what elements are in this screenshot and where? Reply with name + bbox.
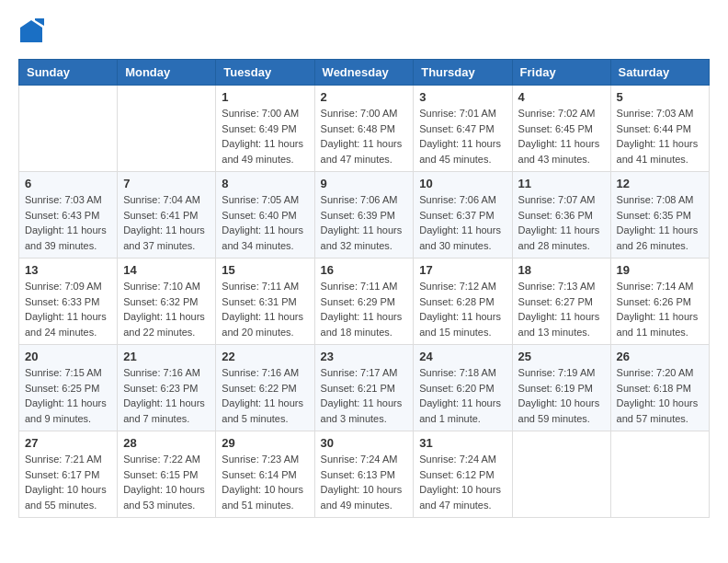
calendar: SundayMondayTuesdayWednesdayThursdayFrid… bbox=[18, 59, 710, 518]
calendar-cell: 12Sunrise: 7:08 AM Sunset: 6:35 PM Dayli… bbox=[610, 172, 709, 259]
calendar-cell: 9Sunrise: 7:06 AM Sunset: 6:39 PM Daylig… bbox=[314, 172, 414, 259]
day-number: 9 bbox=[321, 177, 408, 190]
day-info: Sunrise: 7:18 AM Sunset: 6:20 PM Dayligh… bbox=[419, 365, 506, 426]
day-info: Sunrise: 7:05 AM Sunset: 6:40 PM Dayligh… bbox=[222, 192, 308, 253]
day-info: Sunrise: 7:02 AM Sunset: 6:45 PM Dayligh… bbox=[518, 106, 605, 167]
day-info: Sunrise: 7:03 AM Sunset: 6:44 PM Dayligh… bbox=[617, 106, 703, 167]
day-number: 24 bbox=[419, 350, 506, 363]
week-row-5: 27Sunrise: 7:21 AM Sunset: 6:17 PM Dayli… bbox=[19, 431, 710, 518]
weekday-header-row: SundayMondayTuesdayWednesdayThursdayFrid… bbox=[19, 60, 710, 86]
calendar-cell: 14Sunrise: 7:10 AM Sunset: 6:32 PM Dayli… bbox=[118, 259, 216, 345]
day-number: 6 bbox=[25, 177, 111, 190]
day-number: 11 bbox=[518, 177, 605, 190]
calendar-cell: 7Sunrise: 7:04 AM Sunset: 6:41 PM Daylig… bbox=[118, 172, 216, 259]
calendar-cell: 5Sunrise: 7:03 AM Sunset: 6:44 PM Daylig… bbox=[610, 86, 709, 172]
calendar-cell: 13Sunrise: 7:09 AM Sunset: 6:33 PM Dayli… bbox=[19, 259, 118, 345]
calendar-cell: 16Sunrise: 7:11 AM Sunset: 6:29 PM Dayli… bbox=[314, 259, 414, 345]
day-info: Sunrise: 7:11 AM Sunset: 6:29 PM Dayligh… bbox=[321, 279, 408, 339]
day-number: 17 bbox=[419, 263, 506, 277]
calendar-cell: 31Sunrise: 7:24 AM Sunset: 6:12 PM Dayli… bbox=[414, 431, 512, 518]
day-number: 19 bbox=[617, 263, 703, 277]
day-number: 31 bbox=[419, 436, 506, 450]
day-number: 22 bbox=[222, 350, 308, 363]
calendar-cell: 20Sunrise: 7:15 AM Sunset: 6:25 PM Dayli… bbox=[19, 345, 118, 431]
weekday-header-monday: Monday bbox=[118, 60, 216, 86]
weekday-header-friday: Friday bbox=[512, 60, 610, 86]
day-info: Sunrise: 7:06 AM Sunset: 6:37 PM Dayligh… bbox=[419, 192, 506, 253]
day-info: Sunrise: 7:16 AM Sunset: 6:23 PM Dayligh… bbox=[123, 365, 210, 426]
day-number: 29 bbox=[222, 436, 308, 450]
calendar-cell: 26Sunrise: 7:20 AM Sunset: 6:18 PM Dayli… bbox=[610, 345, 709, 431]
day-number: 10 bbox=[419, 177, 506, 190]
calendar-cell: 15Sunrise: 7:11 AM Sunset: 6:31 PM Dayli… bbox=[216, 259, 314, 345]
day-number: 3 bbox=[419, 90, 506, 104]
day-number: 27 bbox=[25, 436, 111, 450]
calendar-cell: 10Sunrise: 7:06 AM Sunset: 6:37 PM Dayli… bbox=[414, 172, 512, 259]
week-row-3: 13Sunrise: 7:09 AM Sunset: 6:33 PM Dayli… bbox=[19, 259, 710, 345]
weekday-header-saturday: Saturday bbox=[610, 60, 709, 86]
calendar-cell: 11Sunrise: 7:07 AM Sunset: 6:36 PM Dayli… bbox=[512, 172, 610, 259]
weekday-header-tuesday: Tuesday bbox=[216, 60, 314, 86]
day-info: Sunrise: 7:21 AM Sunset: 6:17 PM Dayligh… bbox=[25, 452, 111, 512]
day-number: 7 bbox=[123, 177, 210, 190]
day-info: Sunrise: 7:20 AM Sunset: 6:18 PM Dayligh… bbox=[617, 365, 703, 426]
day-number: 5 bbox=[617, 90, 703, 104]
week-row-1: 1Sunrise: 7:00 AM Sunset: 6:49 PM Daylig… bbox=[19, 86, 710, 172]
calendar-cell bbox=[512, 431, 610, 518]
day-info: Sunrise: 7:19 AM Sunset: 6:19 PM Dayligh… bbox=[518, 365, 605, 426]
day-number: 2 bbox=[321, 90, 408, 104]
logo-icon bbox=[18, 18, 44, 44]
day-number: 8 bbox=[222, 177, 308, 190]
day-info: Sunrise: 7:22 AM Sunset: 6:15 PM Dayligh… bbox=[123, 452, 210, 512]
week-row-4: 20Sunrise: 7:15 AM Sunset: 6:25 PM Dayli… bbox=[19, 345, 710, 431]
day-number: 30 bbox=[321, 436, 408, 450]
calendar-cell bbox=[610, 431, 709, 518]
day-number: 1 bbox=[222, 90, 308, 104]
day-number: 18 bbox=[518, 263, 605, 277]
calendar-cell: 17Sunrise: 7:12 AM Sunset: 6:28 PM Dayli… bbox=[414, 259, 512, 345]
day-info: Sunrise: 7:08 AM Sunset: 6:35 PM Dayligh… bbox=[617, 192, 703, 253]
calendar-cell: 18Sunrise: 7:13 AM Sunset: 6:27 PM Dayli… bbox=[512, 259, 610, 345]
calendar-cell: 29Sunrise: 7:23 AM Sunset: 6:14 PM Dayli… bbox=[216, 431, 314, 518]
day-number: 20 bbox=[25, 350, 111, 363]
calendar-cell: 22Sunrise: 7:16 AM Sunset: 6:22 PM Dayli… bbox=[216, 345, 314, 431]
weekday-header-thursday: Thursday bbox=[414, 60, 512, 86]
day-info: Sunrise: 7:15 AM Sunset: 6:25 PM Dayligh… bbox=[25, 365, 111, 426]
day-info: Sunrise: 7:16 AM Sunset: 6:22 PM Dayligh… bbox=[222, 365, 308, 426]
day-number: 12 bbox=[617, 177, 703, 190]
day-number: 13 bbox=[25, 263, 111, 277]
day-number: 25 bbox=[518, 350, 605, 363]
day-info: Sunrise: 7:03 AM Sunset: 6:43 PM Dayligh… bbox=[25, 192, 111, 253]
calendar-cell: 23Sunrise: 7:17 AM Sunset: 6:21 PM Dayli… bbox=[314, 345, 414, 431]
week-row-2: 6Sunrise: 7:03 AM Sunset: 6:43 PM Daylig… bbox=[19, 172, 710, 259]
day-number: 28 bbox=[123, 436, 210, 450]
day-info: Sunrise: 7:24 AM Sunset: 6:13 PM Dayligh… bbox=[321, 452, 408, 512]
day-number: 15 bbox=[222, 263, 308, 277]
day-info: Sunrise: 7:23 AM Sunset: 6:14 PM Dayligh… bbox=[222, 452, 308, 512]
day-number: 16 bbox=[321, 263, 408, 277]
calendar-cell: 4Sunrise: 7:02 AM Sunset: 6:45 PM Daylig… bbox=[512, 86, 610, 172]
day-info: Sunrise: 7:07 AM Sunset: 6:36 PM Dayligh… bbox=[518, 192, 605, 253]
day-info: Sunrise: 7:17 AM Sunset: 6:21 PM Dayligh… bbox=[321, 365, 408, 426]
day-info: Sunrise: 7:13 AM Sunset: 6:27 PM Dayligh… bbox=[518, 279, 605, 339]
day-info: Sunrise: 7:12 AM Sunset: 6:28 PM Dayligh… bbox=[419, 279, 506, 339]
calendar-cell: 6Sunrise: 7:03 AM Sunset: 6:43 PM Daylig… bbox=[19, 172, 118, 259]
day-info: Sunrise: 7:04 AM Sunset: 6:41 PM Dayligh… bbox=[123, 192, 210, 253]
day-info: Sunrise: 7:09 AM Sunset: 6:33 PM Dayligh… bbox=[25, 279, 111, 339]
svg-marker-0 bbox=[20, 20, 42, 42]
calendar-cell: 28Sunrise: 7:22 AM Sunset: 6:15 PM Dayli… bbox=[118, 431, 216, 518]
day-info: Sunrise: 7:01 AM Sunset: 6:47 PM Dayligh… bbox=[419, 106, 506, 167]
day-number: 26 bbox=[617, 350, 703, 363]
calendar-cell: 27Sunrise: 7:21 AM Sunset: 6:17 PM Dayli… bbox=[19, 431, 118, 518]
day-number: 14 bbox=[123, 263, 210, 277]
day-info: Sunrise: 7:10 AM Sunset: 6:32 PM Dayligh… bbox=[123, 279, 210, 339]
calendar-cell: 1Sunrise: 7:00 AM Sunset: 6:49 PM Daylig… bbox=[216, 86, 314, 172]
calendar-cell: 24Sunrise: 7:18 AM Sunset: 6:20 PM Dayli… bbox=[414, 345, 512, 431]
day-info: Sunrise: 7:11 AM Sunset: 6:31 PM Dayligh… bbox=[222, 279, 308, 339]
calendar-cell: 30Sunrise: 7:24 AM Sunset: 6:13 PM Dayli… bbox=[314, 431, 414, 518]
calendar-cell bbox=[19, 86, 118, 172]
logo bbox=[18, 18, 48, 44]
day-number: 23 bbox=[321, 350, 408, 363]
day-info: Sunrise: 7:06 AM Sunset: 6:39 PM Dayligh… bbox=[321, 192, 408, 253]
calendar-cell: 21Sunrise: 7:16 AM Sunset: 6:23 PM Dayli… bbox=[118, 345, 216, 431]
